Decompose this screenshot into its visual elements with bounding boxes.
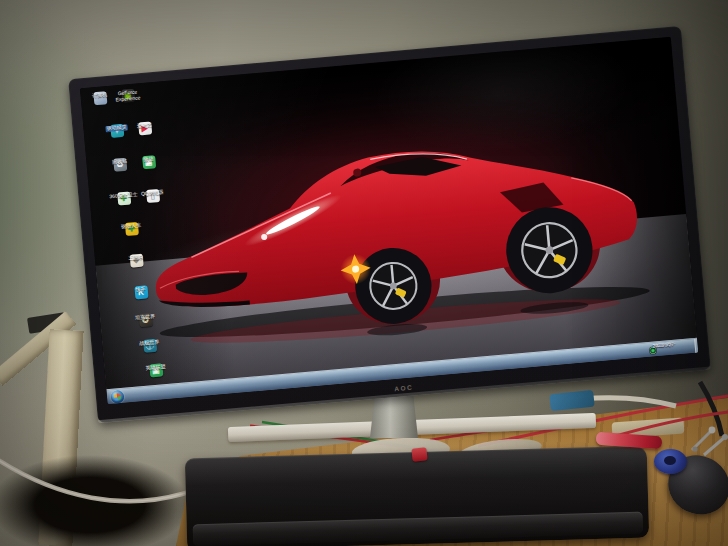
metal-clips	[0, 0, 728, 546]
photo-of-desk-setup: 计算机◉GeForce Experience✦驱动精灵▶爱奇艺♻回收站▣微信✚3…	[0, 0, 728, 546]
